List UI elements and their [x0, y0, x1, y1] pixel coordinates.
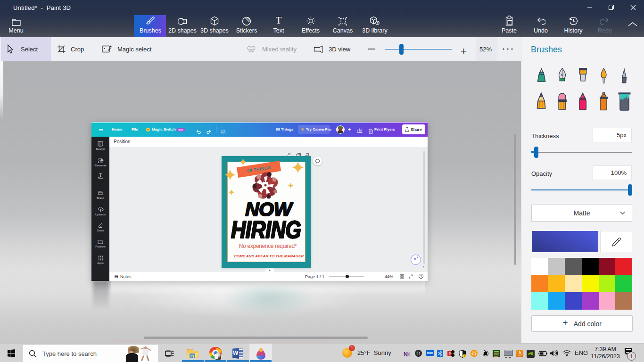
svg-text:!: ! [464, 355, 465, 358]
